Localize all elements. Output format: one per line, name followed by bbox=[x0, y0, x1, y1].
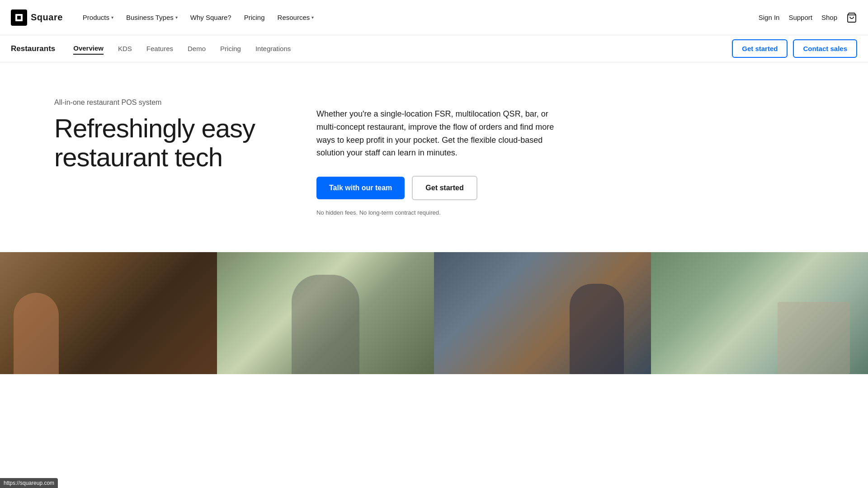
svg-rect-1 bbox=[17, 16, 21, 19]
nav-item-products[interactable]: Products ▾ bbox=[77, 10, 119, 25]
hero-description: Whether you're a single-location FSR, mu… bbox=[316, 108, 570, 160]
hero-left: All-in-one restaurant POS system Refresh… bbox=[54, 99, 280, 172]
hero-buttons: Talk with our team Get started bbox=[316, 176, 570, 200]
hero-eyebrow: All-in-one restaurant POS system bbox=[54, 99, 280, 107]
sub-nav-overview[interactable]: Overview bbox=[73, 42, 104, 55]
chevron-down-icon: ▾ bbox=[111, 15, 113, 20]
sub-nav-kds[interactable]: KDS bbox=[118, 43, 132, 54]
nav-right: Sign In Support Shop bbox=[759, 12, 857, 23]
gallery-item-3 bbox=[434, 252, 651, 374]
logo[interactable]: Square bbox=[11, 9, 63, 26]
sub-nav-actions: Get started Contact sales bbox=[732, 39, 857, 58]
nav-item-why-square[interactable]: Why Square? bbox=[185, 10, 237, 25]
chevron-down-icon: ▾ bbox=[311, 15, 314, 20]
main-nav: Products ▾ Business Types ▾ Why Square? … bbox=[77, 10, 759, 25]
sub-nav-brand: Restaurants bbox=[11, 44, 55, 53]
gallery-item-2 bbox=[217, 252, 434, 374]
hero-get-started-button[interactable]: Get started bbox=[412, 176, 477, 200]
sub-nav-integrations[interactable]: Integrations bbox=[255, 43, 291, 54]
nav-item-pricing[interactable]: Pricing bbox=[239, 10, 270, 25]
hero-section: All-in-one restaurant POS system Refresh… bbox=[0, 62, 868, 252]
contact-sales-button[interactable]: Contact sales bbox=[793, 39, 857, 58]
cart-button[interactable] bbox=[846, 12, 857, 23]
sub-nav-features[interactable]: Features bbox=[146, 43, 173, 54]
nav-item-business-types[interactable]: Business Types ▾ bbox=[121, 10, 183, 25]
chevron-down-icon: ▾ bbox=[175, 15, 178, 20]
hero-right: Whether you're a single-location FSR, mu… bbox=[316, 99, 570, 216]
get-started-button[interactable]: Get started bbox=[732, 39, 788, 58]
logo-icon bbox=[11, 9, 27, 26]
support-link[interactable]: Support bbox=[788, 14, 812, 21]
sub-nav-demo[interactable]: Demo bbox=[188, 43, 206, 54]
gallery-item-1 bbox=[0, 252, 217, 374]
sub-nav-links: Overview KDS Features Demo Pricing Integ… bbox=[73, 42, 732, 55]
hero-title: Refreshingly easy restaurant tech bbox=[54, 114, 280, 172]
talk-with-team-button[interactable]: Talk with our team bbox=[316, 177, 405, 199]
gallery-item-4 bbox=[651, 252, 868, 374]
hero-footnote: No hidden fees. No long-term contract re… bbox=[316, 209, 570, 216]
photo-gallery bbox=[0, 252, 868, 374]
nav-item-resources[interactable]: Resources ▾ bbox=[272, 10, 320, 25]
logo-text: Square bbox=[31, 12, 63, 23]
sign-in-link[interactable]: Sign In bbox=[759, 14, 780, 21]
shop-link[interactable]: Shop bbox=[821, 14, 837, 21]
sub-navigation: Restaurants Overview KDS Features Demo P… bbox=[0, 35, 868, 62]
sub-nav-pricing[interactable]: Pricing bbox=[220, 43, 241, 54]
top-navigation: Square Products ▾ Business Types ▾ Why S… bbox=[0, 0, 868, 35]
